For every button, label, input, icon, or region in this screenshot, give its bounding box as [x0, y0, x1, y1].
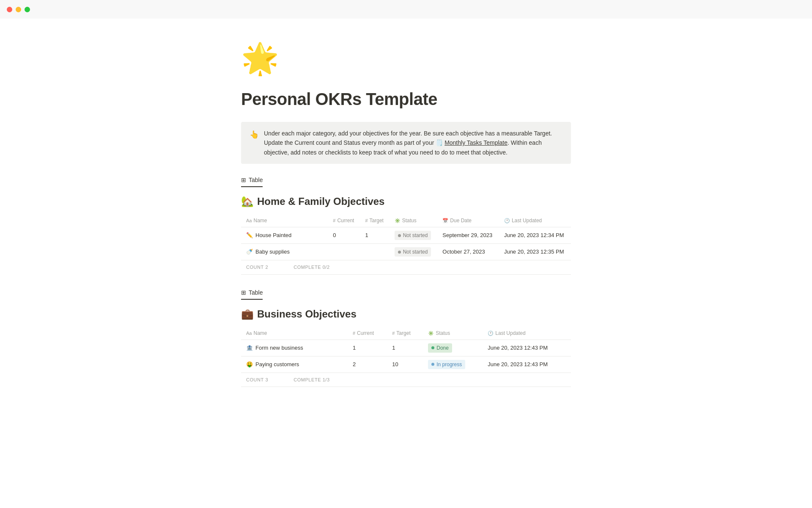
- status-dot: [431, 363, 434, 366]
- section-heading-business: 💼 Business Objectives: [241, 306, 571, 322]
- section-home-family: ⊞ Table 🏡 Home & Family Objectives AaNam…: [241, 176, 571, 275]
- table-footer-home-family: COUNT 2 COMPLETE 0/2: [241, 260, 571, 275]
- cell-lastupdated: June 20, 2023 12:34 PM: [499, 227, 571, 244]
- complete-label: COMPLETE 0/2: [294, 264, 329, 271]
- cell-current: 2: [348, 356, 387, 373]
- table-icon-home-family: ⊞: [241, 176, 246, 185]
- col-header-lastupdated-biz: 🕐Last Updated: [483, 327, 571, 340]
- cell-current: [328, 244, 360, 260]
- cell-status: Done: [423, 340, 483, 356]
- page-icon: 🌟: [241, 36, 571, 81]
- cell-duedate: September 29, 2023: [437, 227, 499, 244]
- table-row[interactable]: 🍼Baby supplies Not started October 27, 2…: [241, 244, 571, 260]
- page-title: Personal OKRs Template: [241, 86, 571, 112]
- cell-lastupdated: June 20, 2023 12:43 PM: [483, 356, 571, 373]
- view-tab-business[interactable]: ⊞ Table: [241, 288, 263, 300]
- section-business: ⊞ Table 💼 Business Objectives AaName #Cu…: [241, 288, 571, 387]
- monthly-tasks-link-icon: 🗒️: [436, 139, 443, 146]
- cell-lastupdated: June 20, 2023 12:35 PM: [499, 244, 571, 260]
- cell-status: In progress: [423, 356, 483, 373]
- cell-target: 1: [360, 227, 389, 244]
- cell-current: 1: [348, 340, 387, 356]
- col-header-target-hf: #Target: [360, 214, 389, 227]
- status-badge: Not started: [395, 247, 431, 257]
- section-icon-business: 💼: [241, 306, 254, 322]
- count-label-biz: COUNT 3: [246, 376, 268, 384]
- col-header-name-hf: AaName: [241, 214, 328, 227]
- cell-duedate: October 27, 2023: [437, 244, 499, 260]
- table-footer-business: COUNT 3 COMPLETE 1/3: [241, 373, 571, 387]
- view-tab-home-family[interactable]: ⊞ Table: [241, 176, 263, 187]
- callout-icon: 👆: [250, 129, 259, 141]
- view-tab-label-business: Table: [249, 288, 263, 297]
- status-dot: [431, 346, 434, 349]
- close-button[interactable]: [7, 7, 12, 12]
- cell-target: [360, 244, 389, 260]
- col-header-current-hf: #Current: [328, 214, 360, 227]
- col-header-current-biz: #Current: [348, 327, 387, 340]
- col-header-target-biz: #Target: [387, 327, 423, 340]
- status-dot: [398, 251, 401, 254]
- col-header-status-biz: ✳️Status: [423, 327, 483, 340]
- cell-name: 🍼Baby supplies: [241, 244, 328, 260]
- count-label: COUNT 2: [246, 264, 268, 271]
- callout-box: 👆 Under each major category, add your ob…: [241, 122, 571, 164]
- table-row[interactable]: 🤑Paying customers 2 10 In progress June …: [241, 356, 571, 373]
- cell-target: 1: [387, 340, 423, 356]
- page-content: 🌟 Personal OKRs Template 👆 Under each ma…: [216, 19, 596, 434]
- callout-text: Under each major category, add your obje…: [264, 129, 562, 157]
- status-dot: [398, 234, 401, 237]
- titlebar: [0, 0, 812, 19]
- minimize-button[interactable]: [16, 7, 21, 12]
- cell-lastupdated: June 20, 2023 12:43 PM: [483, 340, 571, 356]
- col-header-lastupdated-hf: 🕐Last Updated: [499, 214, 571, 227]
- cell-target: 10: [387, 356, 423, 373]
- cell-name: ✏️House Painted: [241, 227, 328, 244]
- table-row[interactable]: 🏦Form new business 1 1 Done June 20, 202…: [241, 340, 571, 356]
- table-home-family: AaName #Current #Target ✳️Status 📅Due Da…: [241, 214, 571, 260]
- cell-status: Not started: [390, 227, 438, 244]
- col-header-status-hf: ✳️Status: [390, 214, 438, 227]
- section-title-business: Business Objectives: [257, 306, 357, 322]
- table-icon-business: ⊞: [241, 288, 246, 297]
- section-icon-home-family: 🏡: [241, 194, 254, 209]
- section-heading-home-family: 🏡 Home & Family Objectives: [241, 194, 571, 209]
- cell-name: 🏦Form new business: [241, 340, 348, 356]
- status-badge: Done: [428, 343, 452, 353]
- monthly-tasks-link[interactable]: Monthly Tasks Template: [444, 139, 508, 146]
- col-header-duedate-hf: 📅Due Date: [437, 214, 499, 227]
- status-badge: In progress: [428, 360, 465, 369]
- view-tab-label-home-family: Table: [249, 176, 263, 185]
- col-header-name-biz: AaName: [241, 327, 348, 340]
- table-business: AaName #Current #Target ✳️Status 🕐Last U…: [241, 327, 571, 373]
- table-row[interactable]: ✏️House Painted 0 1 Not started Septembe…: [241, 227, 571, 244]
- status-badge: Not started: [395, 231, 431, 240]
- cell-current: 0: [328, 227, 360, 244]
- cell-status: Not started: [390, 244, 438, 260]
- section-title-home-family: Home & Family Objectives: [257, 194, 384, 209]
- cell-name: 🤑Paying customers: [241, 356, 348, 373]
- maximize-button[interactable]: [25, 7, 30, 12]
- complete-label-biz: COMPLETE 1/3: [294, 376, 329, 384]
